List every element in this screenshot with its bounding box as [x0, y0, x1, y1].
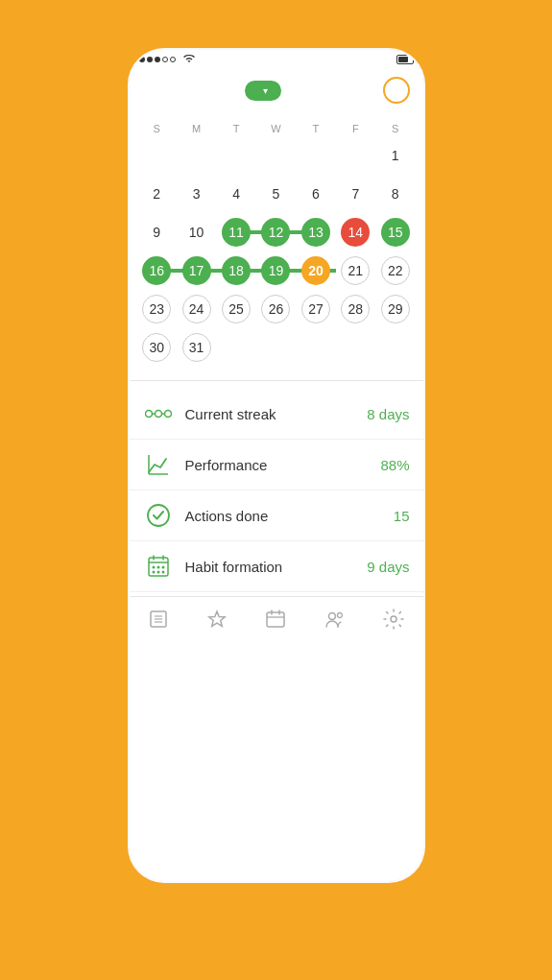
- calendar-cell[interactable]: 21: [336, 253, 375, 288]
- calendar-cell: [296, 330, 335, 365]
- calendar-cell: [177, 138, 216, 173]
- calendar-cell[interactable]: 4: [216, 177, 255, 211]
- calendar-cell[interactable]: 19: [256, 253, 296, 288]
- cal-day-number: 15: [381, 218, 410, 247]
- calendar-cell[interactable]: 13: [296, 215, 335, 250]
- svg-point-17: [161, 571, 164, 574]
- cal-day-number: 6: [301, 179, 330, 208]
- svg-point-16: [156, 571, 159, 574]
- cal-day-number: 26: [261, 295, 290, 323]
- cal-day-number: [261, 141, 290, 170]
- calendar-cell[interactable]: 31: [177, 330, 216, 365]
- cal-day-number: 30: [142, 333, 171, 362]
- svg-point-14: [161, 566, 164, 569]
- calendar-cell: [256, 330, 296, 365]
- cal-day-number: 25: [222, 295, 251, 323]
- stat-value-streak: 8 days: [367, 406, 409, 422]
- stat-label-performance: Performance: [185, 457, 381, 473]
- calendar-cell[interactable]: 20: [296, 253, 335, 288]
- svg-point-2: [164, 411, 171, 418]
- phone-frame: ▾ SMTWTFS1234567891011121314151617181920…: [128, 48, 425, 883]
- status-bar: [130, 50, 423, 69]
- cal-day-number: 16: [142, 256, 171, 285]
- calendar-cell[interactable]: 23: [137, 292, 177, 326]
- cal-day-number: 5: [261, 179, 290, 208]
- calendar-cell[interactable]: 10: [177, 215, 216, 250]
- cal-day-number: 7: [341, 179, 370, 208]
- calendar-cell[interactable]: 18: [216, 253, 255, 288]
- svg-point-0: [145, 411, 152, 418]
- calendar-cell: [137, 138, 177, 173]
- nav-item-people[interactable]: [316, 605, 354, 633]
- nav-item-calendar[interactable]: [256, 605, 295, 633]
- svg-point-12: [152, 566, 155, 569]
- cal-day-number: 12: [261, 218, 290, 247]
- cal-day-number: [381, 333, 410, 362]
- battery-icon: [396, 55, 414, 64]
- cal-day-number: 9: [142, 218, 171, 247]
- cal-day-number: [182, 141, 211, 170]
- calendar-cell[interactable]: 25: [216, 292, 255, 326]
- all-habits-button[interactable]: ▾: [245, 81, 281, 101]
- calendar-cell[interactable]: 16: [137, 253, 177, 288]
- stat-row-streak: Current streak8 days: [130, 389, 423, 440]
- svg-point-27: [328, 613, 335, 620]
- calendar-cell[interactable]: 24: [177, 292, 216, 326]
- cal-day-number: [142, 141, 171, 170]
- calendar-cell[interactable]: 7: [336, 177, 375, 211]
- nav-item-list[interactable]: [139, 605, 178, 633]
- calendar-cell[interactable]: 1: [375, 138, 415, 173]
- calendar-cell[interactable]: 9: [137, 215, 177, 250]
- stat-label-streak: Current streak: [185, 406, 368, 422]
- calendar-cell: [216, 138, 255, 173]
- calendar-cell[interactable]: 26: [256, 292, 296, 326]
- day-header: T: [296, 123, 335, 134]
- nav-item-settings[interactable]: [374, 605, 413, 633]
- stat-row-habit: Habit formation9 days: [130, 541, 423, 592]
- habit-icon: [143, 551, 174, 582]
- calendar-cell[interactable]: 11: [216, 215, 255, 250]
- day-header: M: [177, 123, 216, 134]
- svg-point-13: [156, 566, 159, 569]
- calendar-cell[interactable]: 22: [375, 253, 415, 288]
- svg-point-29: [391, 616, 396, 622]
- calendar-cell[interactable]: 2: [137, 177, 177, 211]
- cal-day-number: 23: [142, 295, 171, 323]
- calendar-cell[interactable]: 29: [375, 292, 415, 326]
- cal-day-number: 2: [142, 179, 171, 208]
- calendar-cell[interactable]: 28: [336, 292, 375, 326]
- calendar-cell[interactable]: 12: [256, 215, 296, 250]
- chevron-down-icon: ▾: [263, 85, 268, 96]
- calendar-cell: [336, 138, 375, 173]
- cal-day-number: 11: [222, 218, 251, 247]
- stat-value-performance: 88%: [380, 457, 409, 473]
- calendar-cell[interactable]: 3: [177, 177, 216, 211]
- cal-day-number: [341, 333, 370, 362]
- stat-row-performance: Performance88%: [130, 440, 423, 490]
- actions-icon: [143, 500, 174, 531]
- cal-day-number: 24: [182, 295, 211, 323]
- stat-label-habit: Habit formation: [185, 559, 368, 575]
- day-header: S: [375, 123, 415, 134]
- calendar-cell[interactable]: 30: [137, 330, 177, 365]
- wifi-icon: [183, 55, 195, 64]
- cal-day-number: [301, 333, 330, 362]
- cal-day-number: [261, 333, 290, 362]
- cal-day-number: 14: [341, 218, 370, 247]
- calendar-cell[interactable]: 14: [336, 215, 375, 250]
- calendar-cell[interactable]: 27: [296, 292, 335, 326]
- calendar-cell[interactable]: 5: [256, 177, 296, 211]
- cal-day-number: 10: [182, 218, 211, 247]
- calendar-cell[interactable]: 15: [375, 215, 415, 250]
- nav-item-star[interactable]: [198, 605, 236, 633]
- cal-day-number: 13: [301, 218, 330, 247]
- day-header: T: [216, 123, 255, 134]
- streak-icon: [143, 398, 174, 429]
- calendar-cell[interactable]: 17: [177, 253, 216, 288]
- calendar-cell[interactable]: 6: [296, 177, 335, 211]
- help-button[interactable]: [383, 77, 410, 104]
- calendar-cell[interactable]: 8: [375, 177, 415, 211]
- cal-day-number: 8: [381, 179, 410, 208]
- cal-day-number: 27: [301, 295, 330, 323]
- cal-day-number: [341, 141, 370, 170]
